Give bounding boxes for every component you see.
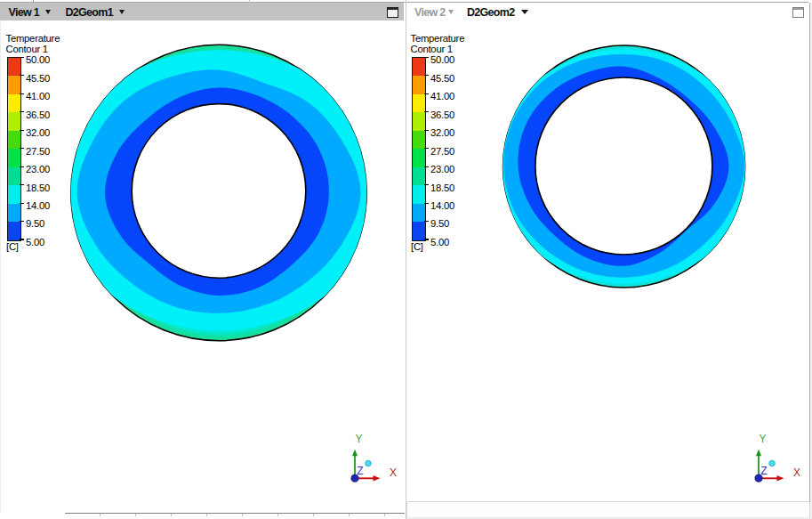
svg-text:Y: Y	[759, 433, 766, 445]
svg-text:X: X	[793, 466, 800, 479]
svg-text:Z: Z	[760, 465, 767, 477]
svg-text:Y: Y	[355, 433, 362, 445]
svg-text:Z: Z	[357, 465, 363, 477]
svg-text:X: X	[390, 466, 397, 479]
